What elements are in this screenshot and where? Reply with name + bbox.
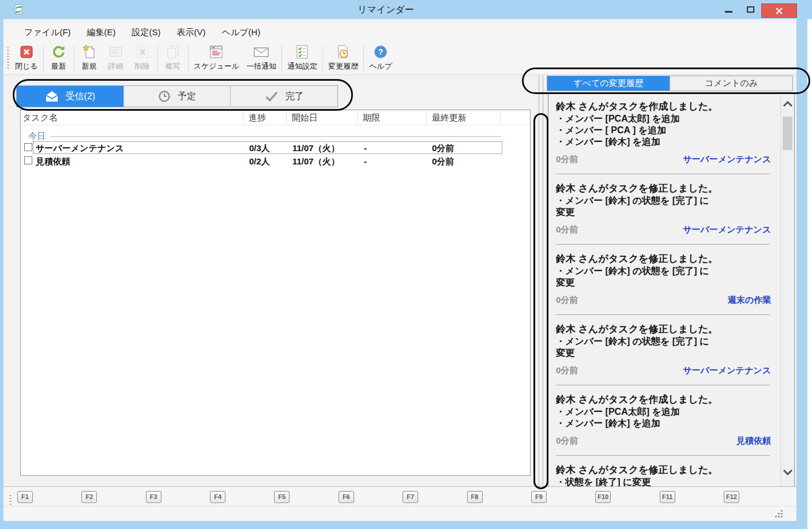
panel-splitter[interactable] — [543, 76, 543, 487]
entry-task-link[interactable]: 見積依頼 — [736, 434, 771, 447]
scroll-down-button[interactable] — [781, 466, 794, 478]
delete-icon — [135, 44, 150, 59]
toolbar-separator — [74, 46, 74, 72]
menu-item-settings[interactable]: 設定(S) — [124, 23, 169, 42]
fkey-f4[interactable]: F4 — [210, 491, 225, 503]
task-checkbox[interactable] — [24, 156, 32, 164]
toolbar-button-close[interactable]: 閉じる — [12, 43, 42, 74]
task-last-update: 0分前 — [432, 156, 454, 167]
column-task-name[interactable]: タスク名 — [22, 112, 58, 123]
group-divider — [51, 136, 501, 137]
tab-inbox[interactable]: 受信(2) — [17, 86, 124, 107]
tab-all-history[interactable]: すべての変更履歴 — [547, 76, 670, 91]
fkey-f11[interactable]: F11 — [660, 491, 675, 503]
history-clock-icon — [336, 44, 351, 59]
task-list: タスク名 進捗 開始日 期限 最終更新 今日 サーバーメンテナンス 0/3人 1… — [20, 110, 531, 476]
entry-time: 0分前 — [556, 223, 578, 235]
new-document-icon — [82, 44, 97, 59]
toolbar-label: 新規 — [82, 61, 97, 72]
fkey-f8[interactable]: F8 — [467, 491, 483, 503]
activity-tab-bar: すべての変更履歴 コメントのみ — [547, 76, 793, 91]
activity-scrollbar[interactable] — [780, 93, 794, 487]
clock-icon — [158, 90, 171, 103]
task-due-date: - — [364, 143, 367, 153]
toolbar-label: 閉じる — [15, 61, 38, 72]
scrollbar-thumb[interactable] — [783, 117, 792, 150]
check-icon — [265, 91, 279, 102]
toolbar-button-new[interactable]: 新規 — [76, 43, 103, 74]
chevron-up-icon — [783, 101, 793, 107]
fkey-f12[interactable]: F12 — [724, 491, 739, 503]
toolbar-separator — [188, 46, 189, 72]
toolbar-separator — [363, 46, 364, 72]
task-row-content[interactable]: サーバーメンテナンス 0/3人 11/07（火） - 0分前 — [33, 141, 502, 154]
task-start-date: 11/07（火） — [292, 143, 340, 154]
toolbar-button-change-history[interactable]: 変更履歴 — [325, 43, 362, 74]
toolbar-button-schedule[interactable]: スケジュール — [190, 43, 243, 74]
activity-entry: 鈴木 さんがタスクを修正しました。 ・メンバー [鈴木] の状態を [完了] に… — [556, 323, 771, 376]
toolbar-button-refresh[interactable]: 最新 — [46, 43, 72, 74]
task-row-content[interactable]: 見積依頼 0/2人 11/07（火） - 0分前 — [33, 155, 502, 167]
entry-detail: ・メンバー [PCA太郎] を追加 — [556, 406, 771, 418]
fkey-f10[interactable]: F10 — [595, 491, 611, 503]
tab-label: 受信(2) — [66, 91, 96, 103]
toolbar: 閉じる 最新 新規 詳細 — [3, 42, 796, 75]
fkey-f2[interactable]: F2 — [81, 491, 97, 503]
menu-item-file[interactable]: ファイル(F) — [16, 23, 79, 42]
column-separator — [286, 111, 287, 124]
fkey-f9[interactable]: F9 — [531, 491, 547, 503]
toolbar-button-notify-settings[interactable]: 通知設定 — [284, 43, 321, 74]
fkey-f6[interactable]: F6 — [339, 491, 354, 503]
fkey-f3[interactable]: F3 — [146, 491, 161, 503]
entry-separator — [556, 244, 770, 245]
activity-feed: 鈴木 さんがタスクを作成しました。 ・メンバー [PCA太郎] を追加 ・メンバ… — [548, 93, 795, 487]
activity-entry: 鈴木 さんがタスクを作成しました。 ・メンバー [PCA太郎] を追加 ・メンバ… — [556, 100, 771, 165]
view-tab-bar: 受信(2) 予定 完了 — [16, 85, 338, 107]
fkey-f5[interactable]: F5 — [274, 491, 290, 503]
fkey-f1[interactable]: F1 — [17, 491, 33, 503]
task-due-date: - — [364, 156, 367, 166]
menu-item-edit[interactable]: 編集(E) — [79, 23, 124, 42]
app-window: リマインダー ファイル(F) 編集(E) 設定(S) 表示(V) ヘルプ(H) … — [0, 0, 807, 529]
function-keys: F1 F2 F3 F4 F5 F6 F7 F8 F9 F10 F11 F12 — [17, 487, 739, 507]
table-row[interactable]: サーバーメンテナンス 0/3人 11/07（火） - 0分前 — [21, 141, 530, 154]
tab-done[interactable]: 完了 — [231, 86, 337, 107]
resize-grip[interactable] — [775, 510, 783, 518]
toolbar-grip[interactable] — [7, 47, 9, 70]
entry-title: 鈴木 さんがタスクを修正しました。 — [556, 323, 771, 336]
toolbar-button-delete: 削除 — [129, 43, 156, 74]
menu-item-view[interactable]: 表示(V) — [169, 23, 214, 42]
entry-task-link[interactable]: サーバーメンテナンス — [683, 364, 771, 376]
toolbar-button-help[interactable]: ? ヘルプ — [366, 43, 396, 74]
close-button[interactable] — [761, 3, 797, 18]
entry-detail: 変更 — [556, 207, 771, 218]
function-key-bar: F1 F2 F3 F4 F5 F6 F7 F8 F9 F10 F11 F12 — [3, 486, 796, 506]
table-row[interactable]: 見積依頼 0/2人 11/07（火） - 0分前 — [21, 155, 530, 167]
scroll-up-button[interactable] — [781, 98, 794, 110]
column-start-date[interactable]: 開始日 — [292, 112, 318, 123]
entry-task-link[interactable]: 週末の作業 — [728, 294, 771, 306]
entry-time: 0分前 — [556, 434, 578, 447]
menu-item-help[interactable]: ヘルプ(H) — [214, 23, 269, 42]
help-icon: ? — [373, 44, 388, 59]
copy-icon — [166, 44, 181, 59]
minimize-button[interactable] — [719, 0, 738, 19]
toolbar-separator — [322, 46, 323, 72]
task-progress: 0/2人 — [249, 156, 270, 167]
fkey-f7[interactable]: F7 — [403, 491, 418, 503]
entry-task-link[interactable]: サーバーメンテナンス — [683, 223, 771, 235]
panel-splitter[interactable] — [539, 76, 539, 487]
toolbar-button-batch-notify[interactable]: 一括通知 — [243, 43, 280, 74]
column-last-update[interactable]: 最終更新 — [432, 112, 467, 123]
column-separator — [357, 111, 358, 124]
tab-comments-only[interactable]: コメントのみ — [670, 76, 792, 91]
tab-scheduled[interactable]: 予定 — [124, 86, 231, 107]
entry-task-link[interactable]: サーバーメンテナンス — [683, 153, 771, 165]
column-progress[interactable]: 進捗 — [249, 112, 266, 123]
task-checkbox[interactable] — [24, 143, 32, 151]
entry-detail: ・メンバー [ PCA ] を追加 — [556, 125, 771, 136]
toolbar-label: ヘルプ — [369, 61, 392, 72]
column-due-date[interactable]: 期限 — [363, 112, 380, 123]
maximize-button[interactable] — [740, 0, 760, 19]
tab-label: 完了 — [285, 91, 304, 103]
